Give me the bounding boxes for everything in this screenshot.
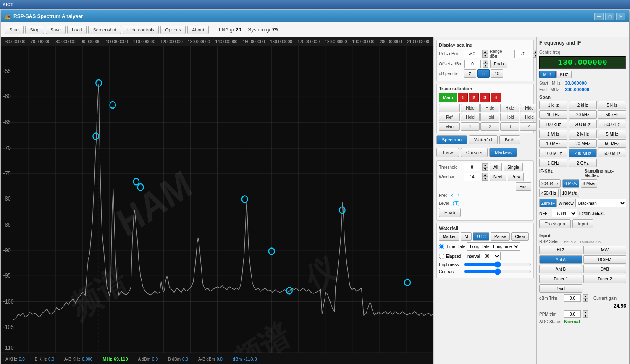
offset-up[interactable]: ▲ [483, 60, 488, 64]
markers-enab-button[interactable]: Enab [439, 208, 461, 217]
trace-hide-4[interactable]: Hide [520, 104, 536, 112]
span-1mhz[interactable]: 1 MHz [539, 130, 567, 138]
centre-freq-display[interactable]: 130.000000 [539, 56, 626, 69]
wf-marker-button[interactable]: Marker [439, 232, 459, 241]
span-500khz[interactable]: 500 kHz [598, 120, 626, 128]
wf-clear-button[interactable]: Clear [511, 232, 529, 241]
span-10mhz[interactable]: 10 MHz [539, 139, 567, 148]
offset-enab-button[interactable]: Enab [490, 60, 507, 68]
offset-down[interactable]: ▼ [483, 64, 488, 68]
span-100khz[interactable]: 100 kHz [539, 120, 567, 128]
sr-10-button[interactable]: 10 Ms/s [560, 189, 579, 197]
spectrum-canvas[interactable]: -55 -60 -65 -70 -75 -80 -85 -90 -95 -100… [1, 46, 433, 353]
wf-pause-button[interactable]: Pause [491, 232, 510, 241]
trace-hold-2[interactable]: Hold [480, 113, 499, 121]
mw-button[interactable]: MW [583, 246, 626, 254]
khz-unit-button[interactable]: KHz [556, 71, 572, 78]
trace-btn[interactable]: Trace [436, 148, 459, 157]
trace-hide-main[interactable] [439, 104, 460, 112]
trace-hold-3[interactable]: Hold [500, 113, 519, 121]
ref-up[interactable]: ▲ [482, 50, 488, 54]
ppm-trim-up[interactable]: ▲ [583, 310, 588, 314]
dbm-trim-down[interactable]: ▼ [583, 298, 588, 302]
about-button[interactable]: About [187, 26, 209, 34]
if-450-button[interactable]: 450KHz [539, 189, 559, 197]
input-btn[interactable]: Input [572, 219, 593, 228]
markers-prev-button[interactable]: Prev [508, 173, 524, 181]
markers-first-button[interactable]: First [516, 182, 531, 191]
start-button[interactable]: Start [5, 26, 24, 34]
both-button[interactable]: Both [499, 135, 520, 144]
markers-all-button[interactable]: All [490, 163, 502, 171]
trace-ref-main[interactable]: Ref [439, 113, 460, 121]
window-dropdown[interactable]: Blackman [575, 199, 626, 207]
mhz-unit-button[interactable]: MHz [539, 71, 556, 78]
dab-button[interactable]: DAB [583, 265, 626, 273]
db-2-button[interactable]: 2 [464, 69, 476, 78]
markers-single-button[interactable]: Single [504, 163, 523, 171]
nfft-dropdown[interactable]: 16384 [552, 209, 577, 217]
span-10khz[interactable]: 10 kHz [539, 110, 567, 119]
window-up[interactable]: ▲ [482, 173, 488, 177]
threshold-up[interactable]: ▲ [482, 163, 488, 167]
span-2khz[interactable]: 2 kHz [569, 101, 597, 109]
zero-if-button[interactable]: Zero IF [539, 199, 557, 207]
trace-1-button[interactable]: 1 [458, 93, 468, 102]
time-date-radio[interactable] [439, 244, 444, 249]
span-5khz[interactable]: 5 kHz [598, 101, 626, 109]
wf-utc-button[interactable]: UTC [473, 232, 489, 241]
stop-button[interactable]: Stop [25, 26, 44, 34]
trace-main-button[interactable]: Main [439, 93, 457, 102]
track-gen-button[interactable]: Track gen [539, 219, 571, 228]
ppm-trim-input[interactable] [564, 310, 581, 318]
hide-controls-button[interactable]: Hide controls [123, 26, 159, 34]
span-5mhz[interactable]: 5 MHz [598, 130, 626, 138]
trace-hide-1[interactable]: Hide [461, 104, 480, 112]
window-down[interactable]: ▼ [482, 177, 488, 181]
trace-4-button[interactable]: 4 [491, 93, 501, 102]
waterfall-button[interactable]: Waterfall [469, 135, 498, 144]
span-50mhz[interactable]: 50 MHz [598, 139, 626, 148]
markers-next-button[interactable]: Next [490, 173, 506, 181]
offset-input[interactable] [464, 60, 481, 68]
spectrum-button[interactable]: Spectrum [436, 135, 467, 144]
brightness-slider[interactable] [464, 262, 531, 267]
span-200mhz[interactable]: 200 MHz [569, 149, 597, 157]
window-input[interactable] [464, 173, 480, 181]
sr-6-button[interactable]: 6 Ms/s [562, 179, 579, 188]
range-down[interactable]: ▼ [533, 54, 536, 58]
options-button[interactable]: Options [160, 26, 186, 34]
range-input[interactable] [514, 50, 531, 58]
baat-button[interactable]: BaaT [539, 284, 582, 293]
range-up[interactable]: ▲ [533, 50, 536, 54]
bc-fm-button[interactable]: BC/FM [583, 255, 626, 264]
ant-a-button[interactable]: Ant A [539, 255, 582, 264]
maximize-button[interactable]: □ [605, 13, 614, 20]
dbm-trim-up[interactable]: ▲ [583, 294, 588, 298]
sr-8-button[interactable]: 8 Ms/s [581, 179, 597, 188]
load-button[interactable]: Load [67, 26, 87, 34]
trace-man[interactable]: Man [439, 122, 460, 131]
if-2048-button[interactable]: 2048KHz [539, 179, 561, 188]
cursors-btn[interactable]: Cursors [461, 148, 488, 157]
span-1ghz[interactable]: 1 GHz [539, 159, 567, 167]
tuner2-button[interactable]: Tuner 2 [583, 275, 626, 283]
threshold-down[interactable]: ▼ [482, 167, 488, 171]
interval-dropdown[interactable]: 30 [482, 252, 501, 260]
ant-b-button[interactable]: Ant B [539, 265, 582, 273]
markers-btn[interactable]: Markers [489, 148, 517, 157]
span-2mhz[interactable]: 2 MHz [569, 130, 597, 138]
minimize-button[interactable]: ─ [594, 13, 604, 20]
trace-3-button[interactable]: 3 [480, 93, 490, 102]
db-10-button[interactable]: 10 [491, 69, 503, 78]
span-20mhz[interactable]: 20 MHz [569, 139, 597, 148]
span-500mhz[interactable]: 500 MHz [598, 149, 626, 157]
contrast-slider[interactable] [464, 269, 531, 275]
trace-hide-3[interactable]: Hide [500, 104, 519, 112]
tuner1-button[interactable]: Tuner 1 [539, 275, 582, 283]
screenshot-button[interactable]: Screenshot [88, 26, 121, 34]
close-button[interactable]: ✕ [616, 13, 625, 20]
ref-down[interactable]: ▼ [482, 54, 488, 58]
trace-hide-2[interactable]: Hide [480, 104, 499, 112]
wf-m-button[interactable]: M [461, 232, 472, 241]
